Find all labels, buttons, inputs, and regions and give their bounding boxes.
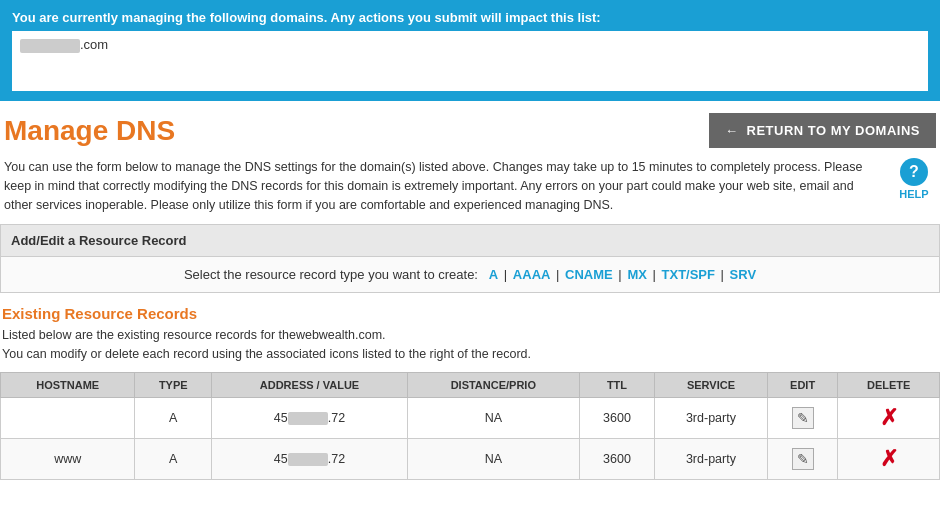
table-row: A45 .72NA36003rd-party✎✗ (1, 397, 940, 438)
col-ttl: TTL (579, 372, 654, 397)
help-label: HELP (899, 188, 928, 200)
cell-delete[interactable]: ✗ (838, 438, 940, 479)
cell-type: A (135, 397, 212, 438)
page-title: Manage DNS (4, 115, 175, 147)
col-service: SERVICE (655, 372, 768, 397)
record-type-cname[interactable]: CNAME (565, 267, 613, 282)
existing-records-title: Existing Resource Records (2, 305, 936, 322)
record-type-row: Select the resource record type you want… (0, 257, 940, 293)
col-hostname: HOSTNAME (1, 372, 135, 397)
existing-records-desc: Listed below are the existing resource r… (2, 326, 936, 364)
cell-edit[interactable]: ✎ (767, 397, 838, 438)
cell-service: 3rd-party (655, 397, 768, 438)
cell-delete[interactable]: ✗ (838, 397, 940, 438)
cell-hostname: www (1, 438, 135, 479)
cell-address: 45 .72 (212, 438, 408, 479)
col-edit: EDIT (767, 372, 838, 397)
select-prompt: Select the resource record type you want… (184, 267, 478, 282)
header-area: Manage DNS ← RETURN TO MY DOMAINS (0, 101, 940, 154)
edit-icon[interactable]: ✎ (792, 407, 814, 429)
existing-desc-line1: Listed below are the existing resource r… (2, 328, 386, 342)
col-type: TYPE (135, 372, 212, 397)
cell-type: A (135, 438, 212, 479)
cell-hostname (1, 397, 135, 438)
domain-redacted-part (20, 39, 80, 53)
dns-table: HOSTNAME TYPE ADDRESS / VALUE DISTANCE/P… (0, 372, 940, 480)
col-delete: DELETE (838, 372, 940, 397)
record-type-aaaa[interactable]: AAAA (513, 267, 551, 282)
col-distance: DISTANCE/PRIO (407, 372, 579, 397)
help-button[interactable]: ? HELP (892, 158, 936, 200)
col-address: ADDRESS / VALUE (212, 372, 408, 397)
delete-icon[interactable]: ✗ (880, 446, 898, 471)
description-area: You can use the form below to manage the… (0, 154, 940, 224)
edit-icon[interactable]: ✎ (792, 448, 814, 470)
cell-ttl: 3600 (579, 438, 654, 479)
description-text: You can use the form below to manage the… (4, 158, 882, 214)
record-type-srv[interactable]: SRV (730, 267, 757, 282)
cell-distance: NA (407, 397, 579, 438)
add-edit-title: Add/Edit a Resource Record (11, 233, 187, 248)
help-circle-icon: ? (900, 158, 928, 186)
table-row: wwwA45 .72NA36003rd-party✎✗ (1, 438, 940, 479)
banner: You are currently managing the following… (0, 0, 940, 101)
banner-message: You are currently managing the following… (12, 10, 601, 25)
table-header-row: HOSTNAME TYPE ADDRESS / VALUE DISTANCE/P… (1, 372, 940, 397)
record-type-mx[interactable]: MX (627, 267, 647, 282)
domain-suffix: .com (80, 37, 108, 52)
banner-domain-box: .com (12, 31, 928, 91)
cell-ttl: 3600 (579, 397, 654, 438)
cell-distance: NA (407, 438, 579, 479)
return-arrow-icon: ← (725, 123, 739, 138)
add-edit-section-header: Add/Edit a Resource Record (0, 224, 940, 257)
record-type-a[interactable]: A (489, 267, 498, 282)
existing-desc-line2: You can modify or delete each record usi… (2, 347, 531, 361)
record-type-txtspf[interactable]: TXT/SPF (662, 267, 715, 282)
cell-edit[interactable]: ✎ (767, 438, 838, 479)
return-to-domains-button[interactable]: ← RETURN TO MY DOMAINS (709, 113, 936, 148)
cell-address: 45 .72 (212, 397, 408, 438)
return-btn-label: RETURN TO MY DOMAINS (747, 123, 920, 138)
cell-service: 3rd-party (655, 438, 768, 479)
delete-icon[interactable]: ✗ (880, 405, 898, 430)
